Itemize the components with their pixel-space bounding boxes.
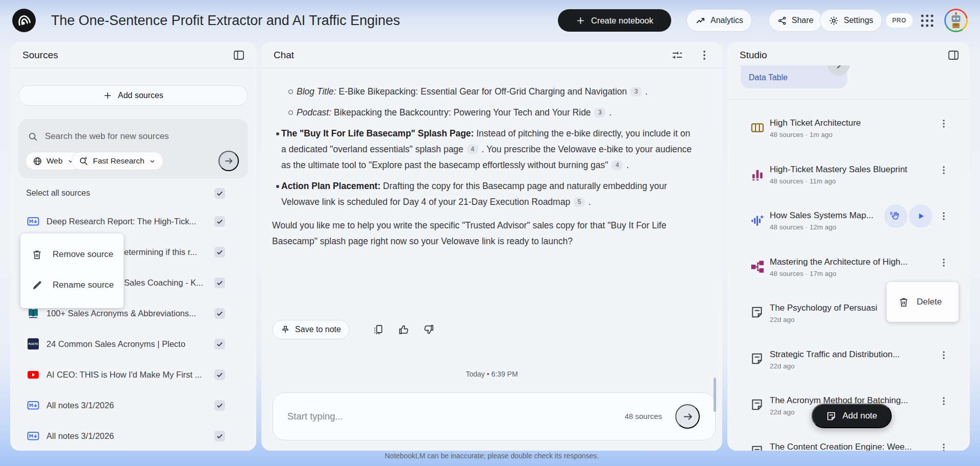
more-options-icon[interactable] [938,257,950,269]
source-checkbox[interactable] [214,431,225,441]
avatar-robot-image [946,10,966,31]
share-icon [777,16,787,26]
more-options-icon[interactable] [938,442,950,451]
add-sources-button[interactable]: Add sources [18,85,248,106]
studio-item-row[interactable]: High-Ticket Mastery Sales Blueprint48 so… [727,165,970,190]
studio-item-title: Mastering the Architecture of High... [770,257,908,267]
citation-badge[interactable]: 3 [630,87,642,97]
source-row[interactable]: All notes 3/1/2026 [27,428,225,444]
citation-badge[interactable]: 5 [574,197,585,207]
interactive-mode-button[interactable] [884,204,908,228]
source-checkbox[interactable] [214,216,225,227]
globe-icon [33,156,42,166]
analytics-button[interactable]: Analytics [687,9,752,32]
message-actions-row: Save to note [272,319,350,340]
more-options-icon[interactable] [938,118,950,130]
web-search-card: Search the web for new sources Web Fast … [18,119,248,178]
create-notebook-button[interactable]: Create notebook [558,9,671,32]
studio-item-row[interactable]: How Sales Systems Map...48 sources · 12m… [727,211,970,236]
studio-item-meta: 48 sources · 1m ago [770,131,832,138]
note-icon [750,352,765,366]
studio-item-title: The Content Creation Engine: Wee... [770,442,912,451]
citation-badge[interactable]: 4 [467,145,478,154]
audio-waveform-icon [750,213,765,227]
more-options-icon[interactable] [938,395,950,408]
thumbs-down-icon[interactable] [423,323,435,336]
source-title: Sales Coaching - K... [124,278,214,288]
select-all-label: Select all sources [26,189,90,198]
search-placeholder: Search the web for new sources [45,131,169,142]
search-submit-button[interactable] [218,151,239,171]
search-input[interactable]: Search the web for new sources [28,126,169,147]
source-checkbox[interactable] [214,308,225,319]
source-title: etermining if this r... [124,247,214,257]
chat-input-box[interactable]: Start typing... 48 sources [273,392,716,440]
studio-content: Data Table High Ticket Architecture48 so… [727,65,970,451]
studio-item-meta: 22d ago [770,408,795,416]
studio-item-title: The Psychology of Persuasi [770,303,877,313]
source-row[interactable]: All notes 3/1/2026 [27,397,225,413]
collapse-panel-icon[interactable] [233,49,245,61]
source-title: All notes 3/1/2026 [46,401,214,410]
source-context-menu: Remove source Rename source [20,234,124,308]
gear-icon [828,15,839,26]
share-button[interactable]: Share [769,9,822,32]
studio-item-meta: 22d ago [770,316,795,323]
studio-panel: Studio Data Table High Ticket Architectu… [727,42,970,451]
chat-more-icon[interactable] [698,49,710,61]
add-note-button[interactable]: Add note [812,404,892,428]
save-to-note-button[interactable]: Save to note [272,320,350,339]
studio-item-row[interactable]: Strategic Traffic and Distribution...22d… [727,350,970,375]
studio-item-title: Strategic Traffic and Distribution... [770,350,900,360]
sources-panel-title: Sources [22,42,58,68]
delete-menu-item[interactable]: Delete [887,282,959,322]
plus-icon [103,91,112,100]
source-title: 100+ Sales Acronyms & Abbreviations... [46,309,214,318]
notebooklm-logo-icon[interactable] [12,9,36,32]
chat-scrollbar[interactable] [714,378,716,412]
source-checkbox[interactable] [214,369,225,380]
apps-grid-icon[interactable] [919,13,935,29]
studio-item-row[interactable]: Mastering the Architecture of High...48 … [727,257,970,283]
send-button[interactable] [675,404,700,429]
source-checkbox[interactable] [214,400,225,411]
pencil-icon [31,279,43,291]
arrow-right-icon [224,156,234,166]
book-icon [27,307,39,319]
source-row[interactable]: Deep Research Report: The High-Tick... [27,213,225,229]
source-checkbox[interactable] [214,247,225,258]
source-checkbox[interactable] [214,277,225,288]
select-all-checkbox[interactable] [214,188,225,199]
source-checkbox[interactable] [214,339,225,350]
note-icon [750,398,765,412]
chat-settings-icon[interactable] [671,49,683,61]
play-button[interactable] [909,204,933,228]
chat-header: Chat [261,42,722,68]
message-bullet: The "Buy It For Life Basecamp" Splash Pa… [272,126,696,173]
markdown-doc-icon [27,430,39,442]
select-all-row: Select all sources [26,185,225,201]
thumbs-up-icon[interactable] [398,323,410,336]
sources-header: Sources [10,42,256,68]
more-options-icon[interactable] [938,350,950,362]
source-title: 24 Common Sales Acronyms | Plecto [46,339,214,349]
copy-icon[interactable] [372,323,384,336]
source-row[interactable]: AI CEO: THIS is How I'd Make My First ..… [27,366,225,383]
studio-panel-title: Studio [740,42,767,68]
settings-button[interactable]: Settings [820,9,882,32]
studio-item-row[interactable]: High Ticket Architecture48 sources · 1m … [727,118,970,144]
citation-badge[interactable]: 3 [594,108,605,118]
message-bullet: Action Plan Placement: Drafting the copy… [272,178,696,210]
studio-item-row[interactable]: The Content Creation Engine: Wee... [727,442,970,451]
rename-source-menu-item[interactable]: Rename source [20,270,124,300]
user-avatar[interactable] [944,9,968,32]
assistant-message: Blog Title: E-Bike Bikepacking: Essentia… [272,84,696,254]
trash-icon [31,249,43,261]
source-row[interactable]: PLECTO24 Common Sales Acronyms | Plecto [27,336,225,352]
research-mode-dropdown[interactable]: Fast Research [71,152,163,170]
more-options-icon[interactable] [938,165,950,177]
citation-badge[interactable]: 4 [611,160,623,170]
more-options-icon[interactable] [938,211,950,223]
remove-source-menu-item[interactable]: Remove source [20,239,124,270]
expand-panel-icon[interactable] [947,49,960,61]
